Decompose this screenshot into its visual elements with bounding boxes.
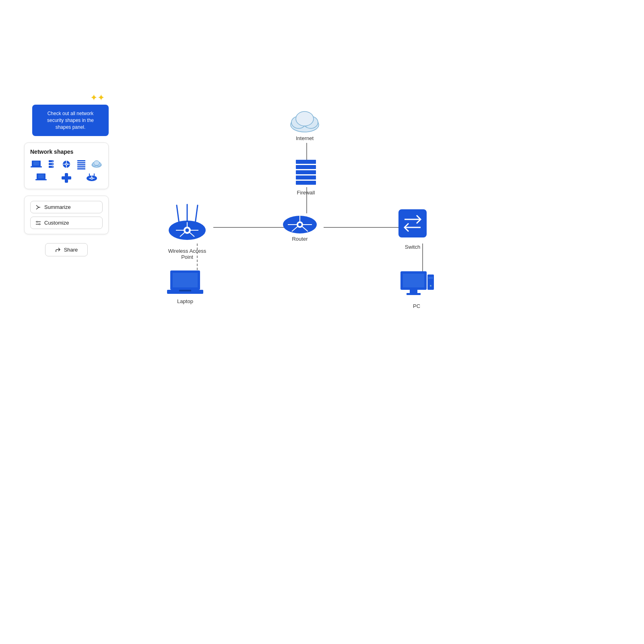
- svg-point-8: [52, 167, 53, 167]
- shape-firewall[interactable]: [76, 160, 88, 169]
- svg-point-43: [39, 223, 40, 225]
- summarize-button[interactable]: Summarize: [30, 201, 103, 213]
- svg-point-53: [296, 111, 314, 126]
- firewall-label: Firewall: [297, 190, 315, 196]
- laptop-node: Laptop: [167, 270, 203, 304]
- svg-point-36: [91, 178, 92, 179]
- svg-rect-3: [49, 160, 54, 162]
- shapes-grid-row2: [30, 173, 103, 183]
- customize-label: Customize: [44, 220, 69, 226]
- shapes-panel-title: Network shapes: [30, 149, 103, 155]
- svg-point-7: [52, 164, 53, 165]
- share-label: Share: [64, 247, 78, 253]
- promo-box: Check out all network security shapes in…: [32, 105, 109, 136]
- actions-panel: Summarize Customize: [24, 196, 109, 234]
- shape-cross[interactable]: [56, 173, 78, 183]
- internet-label: Internet: [296, 135, 314, 141]
- svg-rect-87: [410, 290, 417, 293]
- svg-rect-82: [173, 273, 198, 287]
- customize-icon: [35, 220, 41, 226]
- laptop-shape-icon: [31, 160, 42, 169]
- svg-rect-27: [35, 179, 47, 180]
- svg-point-80: [186, 229, 189, 232]
- svg-point-42: [37, 221, 38, 222]
- switch-label: Switch: [405, 244, 420, 250]
- svg-rect-18: [77, 164, 85, 165]
- router-label: Router: [292, 236, 308, 242]
- summarize-icon: [35, 204, 41, 210]
- hub-shape-icon: [61, 160, 72, 169]
- svg-point-6: [52, 161, 53, 162]
- left-panel: ✦✦ Check out all network security shapes…: [24, 105, 109, 256]
- shape-laptop2[interactable]: [30, 173, 52, 183]
- switch-icon: [394, 205, 431, 242]
- switch-node: Switch: [394, 205, 431, 250]
- svg-rect-55: [296, 165, 316, 169]
- svg-rect-26: [38, 174, 44, 178]
- laptop-icon: [167, 270, 203, 296]
- svg-point-15: [66, 164, 67, 165]
- svg-point-24: [94, 161, 99, 165]
- shapes-panel: Network shapes: [24, 142, 109, 189]
- svg-rect-2: [31, 166, 42, 167]
- cloud-icon: [287, 109, 323, 133]
- firewall-node: Firewall: [294, 159, 318, 196]
- share-wrapper: Share: [24, 243, 109, 256]
- laptop2-shape-icon: [35, 173, 47, 182]
- svg-rect-20: [77, 168, 85, 169]
- internet-node: Internet: [287, 109, 323, 141]
- svg-point-91: [430, 285, 431, 287]
- firewall-icon: [294, 159, 318, 187]
- svg-rect-86: [403, 274, 424, 287]
- router-icon: [282, 209, 318, 233]
- router-shape-icon: [86, 173, 98, 182]
- wap-label: Wireless AccessPoint: [168, 248, 206, 260]
- firewall-shape-icon: [77, 160, 86, 169]
- pc-node: PC: [398, 270, 435, 309]
- svg-rect-88: [407, 293, 421, 295]
- share-icon: [55, 247, 61, 253]
- cross-shape-icon: [61, 173, 72, 183]
- svg-rect-17: [77, 162, 85, 163]
- promo-text: Check out all network security shapes in…: [47, 111, 94, 130]
- router-node: Router: [282, 209, 318, 242]
- svg-rect-16: [77, 160, 85, 161]
- svg-line-72: [195, 205, 198, 223]
- pc-label: PC: [413, 303, 420, 309]
- svg-rect-56: [296, 170, 316, 174]
- cloud-shape-icon: [91, 160, 103, 168]
- shapes-grid-row1: [30, 160, 103, 169]
- svg-rect-54: [296, 160, 316, 164]
- svg-rect-84: [179, 290, 191, 291]
- summarize-label: Summarize: [44, 204, 71, 210]
- svg-point-66: [298, 223, 301, 226]
- share-button[interactable]: Share: [45, 243, 88, 256]
- svg-rect-90: [428, 277, 433, 279]
- laptop-label: Laptop: [177, 298, 193, 304]
- shape-router[interactable]: [80, 173, 103, 183]
- shape-laptop[interactable]: [30, 160, 42, 169]
- svg-rect-1: [33, 161, 39, 165]
- svg-rect-4: [49, 163, 54, 165]
- sparkle-icon: ✦✦: [90, 93, 105, 103]
- svg-rect-67: [398, 209, 427, 237]
- server-shape-icon: [48, 160, 54, 169]
- wap-icon: [167, 201, 207, 246]
- svg-rect-19: [77, 166, 85, 167]
- svg-line-70: [177, 205, 179, 223]
- svg-rect-30: [65, 176, 68, 180]
- shape-hub[interactable]: [60, 160, 72, 169]
- svg-rect-58: [296, 181, 316, 185]
- pc-icon: [398, 270, 435, 301]
- svg-rect-5: [49, 166, 54, 168]
- shape-server[interactable]: [45, 160, 58, 169]
- svg-rect-89: [427, 275, 434, 290]
- svg-rect-57: [296, 175, 316, 180]
- shape-cloud[interactable]: [91, 160, 103, 169]
- customize-button[interactable]: Customize: [30, 217, 103, 229]
- wap-node: Wireless AccessPoint: [167, 201, 207, 260]
